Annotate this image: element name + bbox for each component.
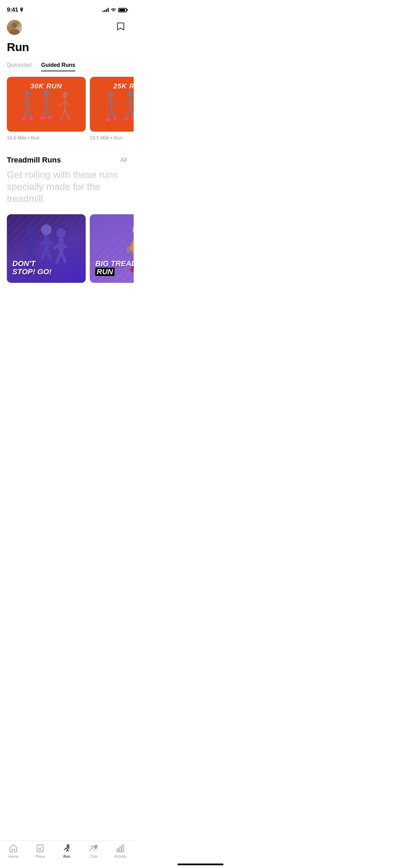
svg-point-67 [133, 223, 134, 237]
treadmill-cards-row: DON'T STOP! GO! [0, 214, 134, 291]
run-card-25k[interactable]: 25K RUN [90, 77, 134, 142]
svg-point-66 [41, 224, 52, 235]
svg-point-60 [56, 228, 66, 238]
status-time: 9:41 [7, 7, 18, 13]
treadmill-card-big-treadmill[interactable]: BIG TREADMILL RUN [90, 214, 134, 283]
run-card-25k-meta: 15.5 Mile • Run [90, 132, 134, 142]
svg-line-29 [111, 110, 115, 118]
tab-quickstart[interactable]: Quickstart [7, 59, 32, 71]
svg-point-48 [26, 227, 36, 236]
treadmill-section-description: Get rolling with these runs specially ma… [7, 169, 127, 205]
svg-point-22 [59, 118, 63, 121]
svg-line-12 [42, 109, 46, 117]
treadmill-card-dont-stop-go[interactable]: DON'T STOP! GO! [7, 214, 86, 283]
svg-line-10 [41, 100, 46, 104]
bookmark-button[interactable] [114, 21, 127, 34]
svg-point-23 [67, 117, 71, 121]
svg-point-0 [25, 91, 30, 97]
svg-point-15 [48, 116, 52, 119]
svg-line-28 [108, 110, 111, 119]
card-distance-30k: 18.6 Mile [7, 135, 26, 141]
svg-line-13 [46, 109, 50, 117]
svg-point-32 [127, 91, 133, 97]
run-card-30k[interactable]: 30K RUN [7, 77, 86, 142]
wifi-icon [111, 8, 116, 12]
runners-illustration-25k [92, 87, 134, 132]
svg-line-53 [31, 250, 35, 260]
status-icons [102, 8, 127, 12]
avatar[interactable] [7, 20, 22, 35]
treadmill-section: Treadmill Runs All Get rolling with thes… [0, 147, 134, 214]
location-icon [20, 8, 23, 12]
svg-point-7 [29, 117, 33, 120]
big-treadmill-run-label: BIG TREADMILL RUN [95, 260, 134, 276]
card-type-30k: Run [31, 135, 40, 141]
svg-point-16 [62, 92, 68, 97]
guided-runs-cards-row: 30K RUN [0, 71, 134, 147]
svg-line-25 [110, 97, 111, 110]
svg-line-4 [24, 109, 27, 118]
svg-line-26 [106, 101, 111, 107]
treadmill-all-button[interactable]: All [120, 157, 127, 164]
svg-point-6 [22, 117, 26, 121]
svg-point-24 [108, 92, 113, 97]
treadmill-section-title: Treadmill Runs [7, 156, 61, 165]
svg-rect-75 [127, 247, 130, 253]
card-distance-25k: 15.5 Mile [90, 135, 109, 141]
svg-line-37 [130, 109, 134, 117]
header [0, 17, 134, 39]
svg-line-2 [22, 101, 27, 106]
svg-line-18 [60, 101, 65, 106]
svg-line-36 [126, 109, 130, 118]
svg-line-59 [46, 248, 50, 258]
svg-point-31 [113, 117, 117, 121]
page-title: Run [0, 39, 134, 59]
run-card-30k-meta: 18.6 Mile • Run [7, 132, 86, 142]
status-bar: 9:41 [0, 0, 134, 17]
runners-illustration-30k [9, 87, 84, 132]
dont-stop-go-label: DON'T STOP! GO! [12, 260, 80, 276]
battery-icon [118, 8, 127, 12]
svg-point-39 [132, 117, 134, 120]
svg-line-5 [27, 109, 31, 117]
svg-point-38 [124, 117, 128, 121]
svg-line-20 [61, 110, 65, 119]
signal-bars [102, 8, 109, 12]
svg-point-8 [44, 91, 49, 96]
tabs-container: Quickstart Guided Runs [0, 59, 134, 71]
svg-point-30 [106, 118, 110, 121]
svg-point-14 [40, 117, 45, 120]
card-type-25k: Run [114, 135, 123, 141]
svg-line-34 [125, 101, 130, 105]
svg-line-21 [65, 110, 69, 118]
tab-guided-runs[interactable]: Guided Runs [41, 59, 75, 71]
